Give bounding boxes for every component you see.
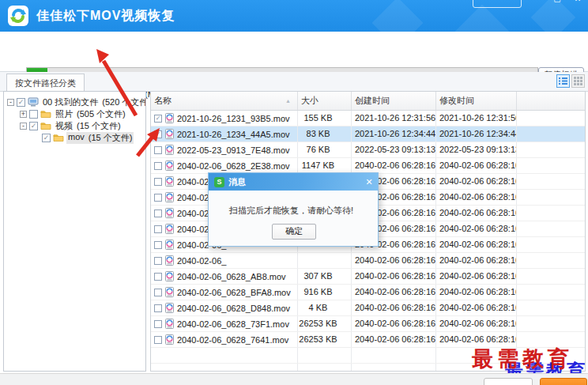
file-name: 2040-02-06_0628_AB8.mov bbox=[177, 270, 286, 284]
file-name: 2021-10-26_1231_93B5.mov bbox=[177, 111, 290, 126]
grid-view-icon[interactable] bbox=[571, 74, 585, 88]
tree-item[interactable]: - ✓ 视频 (15 个文件) bbox=[4, 120, 145, 131]
decor-cube bbox=[449, 5, 516, 32]
row-extra-cell bbox=[517, 206, 585, 221]
maximize-icon[interactable]: ▢ bbox=[552, 0, 563, 5]
message-dialog: S 消息 ✕ 扫描完后才能恢复，请耐心等待! 确定 bbox=[208, 172, 379, 247]
tree-expander[interactable] bbox=[32, 134, 40, 142]
dialog-close-icon[interactable]: ✕ bbox=[360, 173, 378, 191]
row-checkbox[interactable] bbox=[154, 178, 162, 186]
column-header-modified[interactable]: 修改时间 bbox=[436, 92, 517, 110]
file-modified: 2021-10-26 12:34:44 bbox=[436, 126, 517, 142]
file-modified: 2040-02-06 06:28:16 bbox=[436, 269, 517, 284]
row-checkbox[interactable] bbox=[154, 289, 162, 296]
title-bar: 佳佳松下MOV视频恢复 — ▢ ✕ bbox=[0, 0, 588, 32]
tree-item[interactable]: - ✓ 00 找到的文件 (520 个文件) bbox=[4, 96, 145, 108]
tree-item[interactable]: + 照片 (505 个文件) bbox=[4, 108, 145, 119]
file-size: 916 KB bbox=[298, 285, 352, 300]
row-checkbox[interactable] bbox=[154, 304, 162, 312]
column-header-created[interactable]: 创建时间 bbox=[352, 92, 436, 110]
row-checkbox[interactable]: ✓ bbox=[154, 130, 162, 138]
dialog-message: 扫描完后才能恢复，请耐心等待! bbox=[229, 205, 353, 217]
tree-item-icon bbox=[28, 97, 39, 107]
footer-bar bbox=[0, 373, 588, 385]
table-row[interactable]: 2040-02-06_0628_D848.mov 4 KB 2040-02-06… bbox=[151, 300, 585, 316]
tree-expander[interactable]: - bbox=[7, 99, 14, 106]
file-size bbox=[298, 364, 352, 372]
status-strip: 正在扫描文件，扫描完成后才可以恢复，请耐心等待！ 扫描范围: 3880(MB)/… bbox=[0, 32, 588, 72]
tree-checkbox[interactable]: ✓ bbox=[42, 134, 51, 142]
file-modified: 2040-02-06 06:28:16 bbox=[436, 158, 517, 173]
row-checkbox[interactable] bbox=[154, 225, 162, 233]
table-row[interactable]: 2022-05-23_0913_7E48.mov 76 KB 2022-05-2… bbox=[151, 142, 585, 158]
mov-file-icon bbox=[165, 319, 174, 329]
app-logo-icon bbox=[8, 6, 28, 26]
file-created bbox=[352, 348, 436, 363]
column-header-extra[interactable] bbox=[517, 92, 585, 110]
row-checkbox[interactable]: ✓ bbox=[154, 115, 162, 123]
table-row[interactable]: 2040-02-06_0628_BFA8.mov 916 KB 2040-02-… bbox=[151, 285, 585, 300]
table-row[interactable]: ✓ 2021-10-26_1234_44A5.mov 83 KB 2021-10… bbox=[151, 126, 585, 142]
row-extra-cell bbox=[517, 300, 585, 315]
mov-file-icon bbox=[165, 176, 174, 187]
dialog-ok-button[interactable]: 确定 bbox=[272, 224, 316, 240]
table-row[interactable]: 2040-02-06_ 2040-02-06 06:28:16 2040-02-… bbox=[151, 253, 585, 269]
file-name: 2040-02-06_0628_73F1.mov bbox=[177, 317, 289, 331]
tree-item[interactable]: ✓ mov (15 个文件) bbox=[4, 132, 145, 143]
file-modified: 2040-02-06 06:28:16 bbox=[436, 237, 517, 252]
file-name: 2040-02-06_ bbox=[177, 254, 226, 268]
file-name: 2040-02-06_0628_D848.mov bbox=[177, 301, 290, 315]
tree-checkbox[interactable] bbox=[29, 110, 38, 119]
tree-checkbox[interactable]: ✓ bbox=[29, 122, 38, 130]
tree-item-count: (15 个文件) bbox=[77, 120, 121, 132]
tree-item-label: 照片 bbox=[55, 108, 73, 120]
tree-expander[interactable]: - bbox=[20, 123, 27, 130]
row-extra-cell bbox=[517, 253, 585, 268]
table-row[interactable]: 2040-02-06_0628_2E38.mov 1147 KB 2040-02… bbox=[151, 158, 585, 174]
feedback-button[interactable] bbox=[473, 0, 522, 8]
list-view-icon[interactable] bbox=[556, 74, 570, 88]
mov-file-icon bbox=[165, 113, 174, 123]
file-created: 2040-02-06 06:28:16 bbox=[352, 285, 436, 300]
mov-file-icon bbox=[165, 145, 174, 155]
row-extra-cell bbox=[517, 269, 585, 284]
file-created bbox=[352, 364, 436, 372]
row-checkbox[interactable] bbox=[154, 336, 162, 344]
mov-file-icon bbox=[165, 240, 174, 250]
mov-file-icon bbox=[165, 208, 174, 218]
row-extra-cell bbox=[517, 142, 585, 157]
table-row[interactable]: 2040-02-06_0628_AB8.mov 307 KB 2040-02-0… bbox=[151, 269, 585, 285]
mov-file-icon bbox=[165, 303, 174, 313]
tree-expander[interactable]: + bbox=[20, 111, 27, 118]
footer-secondary-button[interactable] bbox=[484, 378, 533, 385]
row-checkbox[interactable] bbox=[154, 257, 162, 265]
file-size: 26253 KB bbox=[298, 316, 352, 331]
row-checkbox[interactable] bbox=[154, 273, 162, 281]
row-checkbox[interactable] bbox=[154, 209, 162, 217]
table-row[interactable]: 2040-02-06_0628_73F1.mov 26253 KB 2040-0… bbox=[151, 316, 585, 332]
footer-recover-button[interactable] bbox=[540, 378, 587, 385]
tab-classify-by-path[interactable]: 按文件路径分类 bbox=[6, 74, 85, 92]
column-header-size[interactable]: 大小 bbox=[298, 92, 352, 110]
row-checkbox[interactable] bbox=[154, 162, 162, 170]
file-modified: 2040-02-06 06:28:16 bbox=[436, 174, 517, 189]
close-icon[interactable]: ✕ bbox=[572, 0, 583, 5]
tree-checkbox[interactable]: ✓ bbox=[17, 98, 25, 107]
tree-item-labelwrap: 00 找到的文件 (520 个文件) bbox=[41, 96, 146, 108]
row-checkbox[interactable] bbox=[154, 320, 162, 328]
table-row[interactable]: ✓ 2021-10-26_1231_93B5.mov 155 KB 2021-1… bbox=[151, 111, 585, 126]
file-created: 2040-02-06 06:28:16 bbox=[352, 269, 436, 284]
mov-file-icon bbox=[165, 271, 174, 281]
file-size: 1147 KB bbox=[298, 158, 352, 173]
tree-item-icon bbox=[40, 121, 51, 130]
tree-item-label: 视频 bbox=[55, 120, 73, 132]
row-checkbox[interactable] bbox=[154, 194, 162, 202]
file-created: 2040-02-06 06:28:16 bbox=[352, 332, 436, 347]
file-created: 2022-05-23 09:13:13 bbox=[352, 142, 436, 157]
row-checkbox[interactable] bbox=[154, 146, 162, 154]
row-checkbox[interactable] bbox=[154, 241, 162, 249]
column-header-name[interactable]: 名称 ▲ bbox=[151, 92, 298, 110]
minimize-icon[interactable]: — bbox=[531, 0, 542, 5]
file-size: 4 KB bbox=[298, 300, 352, 315]
file-modified: 2040-02-06 06:28:16 bbox=[436, 285, 517, 300]
